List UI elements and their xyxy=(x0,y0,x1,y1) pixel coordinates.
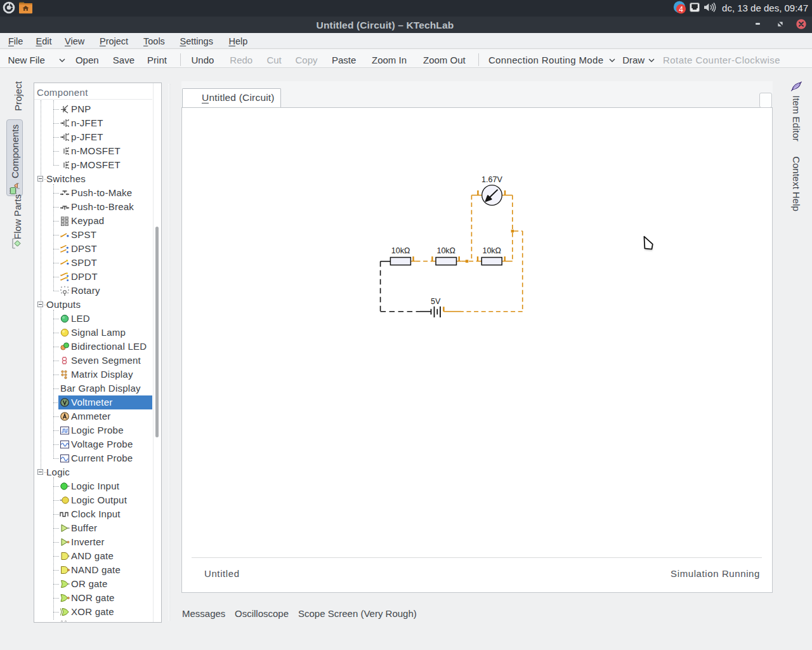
svg-text:10kΩ: 10kΩ xyxy=(482,246,501,255)
svg-text:4: 4 xyxy=(679,5,683,14)
svg-text:10kΩ: 10kΩ xyxy=(436,246,455,255)
svg-text:1.67V: 1.67V xyxy=(481,175,502,184)
svg-text:5V: 5V xyxy=(431,297,441,306)
svg-text:10kΩ: 10kΩ xyxy=(391,246,410,255)
